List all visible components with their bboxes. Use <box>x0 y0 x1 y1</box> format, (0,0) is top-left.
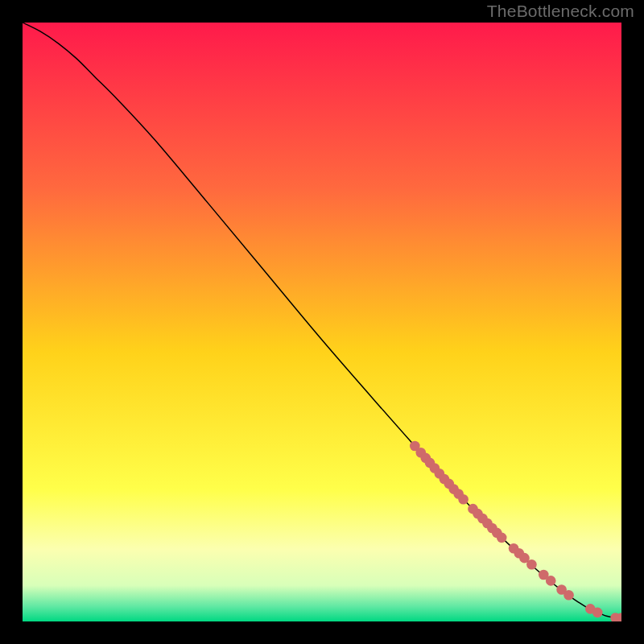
marker-dot <box>546 576 556 586</box>
watermark-text: TheBottleneck.com <box>487 2 634 21</box>
marker-dot <box>497 533 507 543</box>
chart-stage: TheBottleneck.com <box>0 0 644 644</box>
chart-svg <box>23 23 621 621</box>
marker-dot <box>526 559 537 570</box>
marker-dot <box>592 608 603 618</box>
gradient-background <box>23 23 621 621</box>
marker-dot <box>458 494 469 505</box>
plot-area <box>23 23 621 621</box>
marker-dot <box>564 590 574 601</box>
